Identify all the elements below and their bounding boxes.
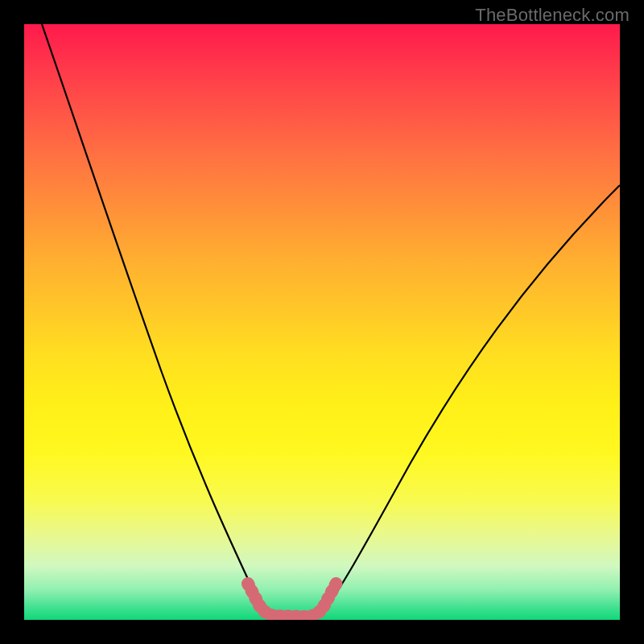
floor-band	[248, 583, 336, 617]
chart-frame: TheBottleneck.com	[0, 0, 644, 644]
right-curve	[322, 185, 620, 613]
left-curve	[42, 24, 262, 613]
curve-layer	[24, 24, 620, 620]
watermark-label: TheBottleneck.com	[475, 5, 630, 26]
plot-area	[24, 24, 620, 620]
